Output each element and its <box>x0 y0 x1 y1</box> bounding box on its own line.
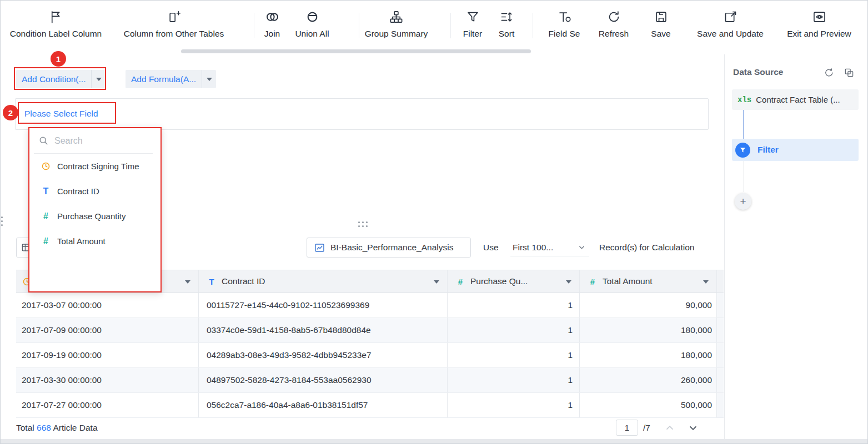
toolbar-item-column-from-other-tables[interactable]: Column from Other Tables <box>115 9 233 39</box>
use-label: Use <box>483 238 499 258</box>
chart-icon <box>314 242 325 254</box>
toolbar-separator <box>254 13 254 38</box>
field-option-total-amount[interactable]: # Total Amount <box>29 229 160 254</box>
cell: 03374c0e-59d1-4158-8ab5-67b48d80d84e <box>199 318 448 342</box>
toolbar-scrollbar[interactable] <box>181 49 531 53</box>
column-menu-caret[interactable] <box>703 280 709 284</box>
toolbar-item-save-and-update[interactable]: Save and Update <box>695 9 766 39</box>
left-edge-drag-handle[interactable] <box>1 216 3 226</box>
layout-panels-icon[interactable] <box>844 67 855 78</box>
cell: 180,000 <box>580 318 717 342</box>
header-stub <box>717 270 724 292</box>
cell: 1 <box>448 368 580 392</box>
chevron-down-icon <box>578 243 586 251</box>
exit-and-preview-icon <box>812 9 827 24</box>
chevron-down-icon <box>207 78 212 81</box>
toolbar-item-join[interactable]: Join <box>255 9 289 39</box>
page-total-label: /7 <box>643 420 650 436</box>
node-connector-line <box>743 110 744 139</box>
total-count: 668 <box>37 423 51 432</box>
toolbar-item-condition-label-column[interactable]: Condition Label Column <box>0 9 124 39</box>
field-search-input[interactable] <box>54 136 138 146</box>
filter-step-label: Filter <box>757 145 779 155</box>
number-field-icon: # <box>455 276 465 286</box>
data-source-table-name: Contract Fact Table (... <box>756 95 840 104</box>
toolbar-item-filter[interactable]: Filter <box>459 9 486 39</box>
join-icon <box>265 9 280 24</box>
flag-icon <box>48 9 63 24</box>
bottom-strip <box>1 439 868 444</box>
node-connector-line-2 <box>744 161 744 192</box>
cell: 90,000 <box>580 293 717 317</box>
cell: 2017-07-27 00:00:00 <box>16 393 199 417</box>
toolbar-item-group-summary[interactable]: Group Summary <box>364 9 428 39</box>
cell: 04289ab3-08e3-49d3-9582-4dbb945233e7 <box>199 343 448 367</box>
page-number-input[interactable] <box>616 420 638 436</box>
cell: 00115727-e145-44c0-9102-110523699369 <box>199 293 448 317</box>
chevron-down-icon <box>96 78 102 81</box>
cell-stub <box>717 293 724 317</box>
header-purchase-quantity[interactable]: # Purchase Qu... <box>448 270 580 292</box>
number-field-icon: # <box>41 236 51 246</box>
union-all-icon <box>305 9 320 24</box>
data-source-title: Data Source <box>733 67 783 77</box>
column-menu-caret[interactable] <box>434 280 439 284</box>
cell: 2017-09-19 00:00:00 <box>16 343 199 367</box>
toolbar-separator <box>359 13 359 38</box>
toolbar-item-sort[interactable]: Sort <box>493 9 520 39</box>
search-icon <box>38 135 49 146</box>
splitter-drag-handle[interactable] <box>358 221 368 227</box>
toolbar-item-refresh[interactable]: Refresh <box>594 9 634 39</box>
toolbar-item-field-settings[interactable]: Field Se <box>542 9 586 39</box>
toolbar-separator <box>450 13 451 38</box>
page-up-button[interactable] <box>660 418 679 437</box>
table-row[interactable]: 2017-03-07 00:00:00 00115727-e145-44c0-9… <box>16 293 724 318</box>
cell-stub <box>717 368 724 392</box>
chevron-up-icon <box>664 422 675 433</box>
field-option-contract-id[interactable]: T Contract ID <box>29 179 160 204</box>
cell-stub <box>717 343 724 367</box>
filter-icon <box>465 9 480 24</box>
table-row[interactable]: 2017-09-19 00:00:00 04289ab3-08e3-49d3-9… <box>16 343 724 368</box>
field-select-dropdown: Contract Signing Time T Contract ID # Pu… <box>28 127 162 292</box>
total-records-label: Total 668 Article Data <box>16 418 98 437</box>
toolbar-item-save[interactable]: Save <box>644 9 678 39</box>
toolbar-item-exit-and-preview[interactable]: Exit and Preview <box>784 9 855 39</box>
sort-icon <box>499 9 514 24</box>
dataset-name-button[interactable]: BI-Basic_Performance_Analysis <box>307 238 471 258</box>
add-formula-button[interactable]: Add Formula(A... <box>126 70 216 88</box>
text-field-icon: T <box>41 186 51 196</box>
header-contract-id[interactable]: T Contract ID <box>199 270 448 292</box>
table-row[interactable]: 2017-07-27 00:00:00 056c2ca7-a186-40a4-a… <box>16 393 724 418</box>
toolbar-item-union-all[interactable]: Union All <box>292 9 332 39</box>
update-data-icon[interactable] <box>824 67 835 78</box>
header-total-amount[interactable]: # Total Amount <box>580 270 717 292</box>
filter-step-icon-circle <box>735 143 750 158</box>
column-menu-caret[interactable] <box>566 280 571 284</box>
add-step-button[interactable]: + <box>735 193 751 210</box>
toolbar-separator <box>533 13 533 38</box>
add-formula-dropdown-arrow[interactable] <box>202 70 216 88</box>
add-condition-button[interactable]: Add Condition(... <box>16 70 106 88</box>
group-summary-icon <box>389 9 404 24</box>
save-and-update-icon <box>723 9 738 24</box>
cell: 056c2ca7-a186-40a4-a8a6-01b38151df57 <box>199 393 448 417</box>
annotation-step-2: 2 <box>3 105 18 120</box>
cell: 2017-03-07 00:00:00 <box>16 293 199 317</box>
field-option-contract-signing-time[interactable]: Contract Signing Time <box>29 154 160 179</box>
please-select-field-link[interactable]: Please Select Field <box>24 109 98 119</box>
table-row[interactable]: 2017-07-09 00:00:00 03374c0e-59d1-4158-8… <box>16 318 724 343</box>
add-condition-dropdown-arrow[interactable] <box>91 70 106 88</box>
refresh-icon <box>606 9 621 24</box>
column-menu-caret[interactable] <box>185 280 190 284</box>
records-count-select[interactable]: First 100... <box>510 239 589 256</box>
funnel-icon <box>739 147 746 154</box>
data-source-table-node[interactable]: xls Contract Fact Table (... <box>732 89 859 110</box>
field-search-row <box>34 128 153 154</box>
table-row[interactable]: 2017-03-30 00:00:00 04897502-5828-4273-8… <box>16 368 724 393</box>
page-down-button[interactable] <box>684 418 703 437</box>
field-option-purchase-quantity[interactable]: # Purchase Quantity <box>29 204 160 229</box>
condition-panel: Please Select Field <box>15 98 709 130</box>
save-icon <box>654 9 669 24</box>
filter-step-node[interactable]: Filter <box>732 139 859 161</box>
